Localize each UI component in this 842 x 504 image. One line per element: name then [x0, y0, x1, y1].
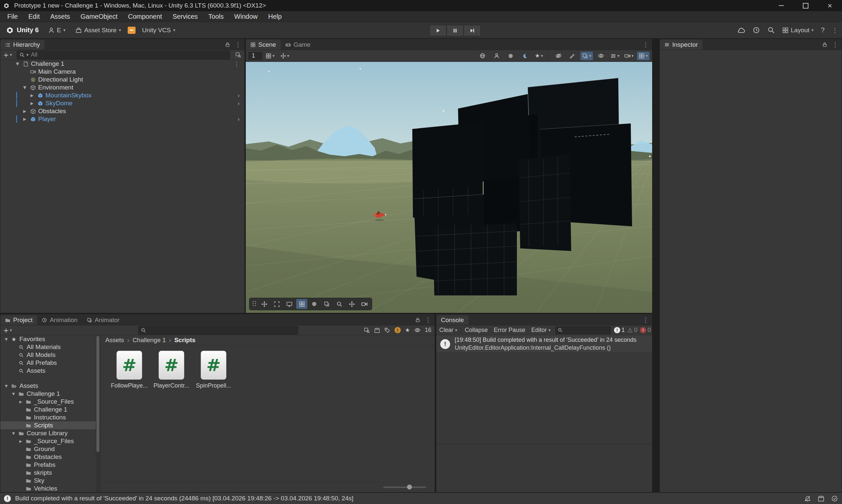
package-icon[interactable] [374, 327, 380, 333]
tab-project[interactable]: Project [0, 315, 37, 325]
favorite-all-materials[interactable]: All Materials [0, 343, 100, 351]
tree-item-sky[interactable]: Sky [0, 477, 100, 485]
filter-dropdown-button[interactable]: ▾ [609, 52, 621, 60]
tree-item-prefabs[interactable]: Prefabs [0, 461, 100, 469]
close-button[interactable]: ✕ [818, 0, 842, 11]
pane-menu-icon[interactable]: ⋮ [425, 316, 431, 323]
minimize-button[interactable] [769, 0, 793, 11]
icon-size-slider[interactable] [383, 487, 426, 488]
history-icon[interactable] [753, 26, 760, 34]
console-search-input[interactable] [564, 327, 608, 334]
maximize-button[interactable] [793, 0, 818, 11]
favorite-assets[interactable]: Assets [0, 367, 100, 375]
breadcrumb-scripts[interactable]: Scripts [174, 337, 195, 344]
tree-item-source-files-2[interactable]: ▶ _Source_Files [0, 437, 100, 445]
hierarchy-item-environment[interactable]: ▼ Environment [0, 84, 245, 91]
scrollbar-thumb[interactable] [96, 336, 100, 452]
asset-playercontroller-script[interactable]: # PlayerContr... [152, 351, 191, 389]
favorites-header[interactable]: ▼ ★ Favorites [0, 335, 100, 343]
error-count-toggle[interactable]: ! 0 [639, 327, 652, 334]
tree-item-scripts[interactable]: Scripts [0, 421, 100, 429]
breadcrumb-assets[interactable]: Assets [105, 337, 124, 344]
expand-arrow-icon[interactable]: ▼ [3, 337, 10, 341]
visibility-toggle-button[interactable] [552, 52, 565, 60]
alert-icon[interactable]: ! [395, 327, 401, 333]
help-icon[interactable]: ? [821, 26, 825, 34]
hierarchy-item-skydome[interactable]: ▶ SkyDome › [0, 100, 245, 107]
expand-arrow-icon[interactable]: ▶ [28, 101, 36, 106]
expand-arrow-icon[interactable]: ▼ [10, 431, 17, 436]
tab-console[interactable]: Console [436, 315, 468, 325]
tree-item-course-library[interactable]: ▼ Course Library [0, 429, 100, 437]
snap-settings-button[interactable]: ▾ [278, 52, 292, 60]
scene-menu-icon[interactable]: ⋮ [234, 60, 245, 68]
expand-arrow-icon[interactable]: ▼ [21, 85, 29, 90]
step-button[interactable] [464, 25, 481, 36]
menu-component[interactable]: Component [123, 11, 167, 22]
overlays-dropdown-button[interactable]: ▾ [580, 52, 593, 60]
hierarchy-item-player[interactable]: ▶ Player › [0, 115, 245, 123]
expand-arrow-icon[interactable]: ▶ [21, 117, 29, 121]
tab-scene[interactable]: Scene [246, 40, 281, 50]
rect-tool-button[interactable] [271, 299, 282, 309]
hierarchy-item-directional-light[interactable]: Directional Light [0, 76, 245, 84]
asset-followplayer-script[interactable]: # FollowPlaye... [110, 351, 149, 389]
warning-count-toggle[interactable]: ⚠ 0 [626, 327, 639, 334]
orientation-sphere-button[interactable] [309, 299, 320, 309]
tree-item-obstacles[interactable]: Obstacles [0, 453, 100, 461]
hierarchy-item-mountainskybox[interactable]: ▶ MountainSkybox › [0, 91, 245, 100]
asset-store-dropdown[interactable]: Asset Store ▾ [72, 24, 124, 36]
hierarchy-item-scene-root[interactable]: ▼ Challenge 1 ⋮ [0, 60, 245, 68]
pause-button[interactable] [447, 25, 464, 36]
error-pause-button[interactable]: Error Pause [491, 326, 529, 334]
search-pick-button[interactable] [232, 52, 245, 58]
expand-arrow-icon[interactable]: ▶ [28, 93, 36, 98]
notifications-muted-icon[interactable] [804, 495, 811, 502]
pane-lock-icon[interactable] [822, 42, 827, 47]
expand-arrow-icon[interactable]: ▶ [17, 400, 24, 404]
grid-size-field[interactable]: 1 [248, 52, 262, 60]
menu-file[interactable]: File [2, 11, 23, 22]
slider-thumb[interactable] [407, 485, 412, 489]
tab-animator[interactable]: Animator [82, 315, 124, 325]
render-mode-button[interactable] [476, 52, 489, 60]
pan-tool-button[interactable] [346, 299, 357, 309]
tab-inspector[interactable]: Inspector [660, 40, 702, 50]
clear-button[interactable]: Clear ▾ [436, 326, 460, 334]
hierarchy-item-main-camera[interactable]: Main Camera [0, 68, 245, 76]
toolbar-more-icon[interactable]: ⋮ [832, 26, 838, 34]
info-count-toggle[interactable]: ! 1 [613, 327, 626, 334]
hidden-items-eye-icon[interactable] [414, 327, 420, 333]
zoom-tool-button[interactable] [334, 299, 345, 309]
tree-item-assets[interactable]: ▼ Assets [0, 382, 100, 390]
layout-dropdown[interactable]: Layout ▾ [782, 26, 814, 34]
tree-item-instructions[interactable]: Instructions [0, 414, 100, 421]
expand-arrow-icon[interactable]: ▼ [3, 384, 10, 388]
draw-mode-button[interactable] [566, 52, 579, 60]
camera-settings-button[interactable]: ▾ [623, 52, 635, 60]
asset-spinpropeller-script[interactable]: # SpinPropell... [194, 351, 233, 389]
move-tool-button[interactable] [258, 299, 270, 309]
pane-menu-icon[interactable]: ⋮ [832, 41, 838, 48]
menu-gameobject[interactable]: GameObject [75, 11, 123, 22]
orange-service-icon[interactable] [128, 26, 136, 34]
grid-snap-button[interactable] [296, 299, 307, 309]
menu-assets[interactable]: Assets [45, 11, 75, 22]
log-entry[interactable]: ! [19:48:50] Build completed with a resu… [436, 335, 652, 353]
expand-arrow-icon[interactable]: ▶ [21, 109, 29, 113]
lighting-toggle-button[interactable] [519, 52, 531, 60]
menu-services[interactable]: Services [167, 11, 203, 22]
collapse-button[interactable]: Collapse [462, 326, 491, 334]
account-dropdown[interactable]: E ▾ [45, 24, 69, 36]
tree-item-challenge-1-sub[interactable]: Challenge 1 [0, 406, 100, 414]
overlay-drag-handle[interactable] [251, 301, 257, 307]
tree-item-challenge-1[interactable]: ▼ Challenge 1 [0, 390, 100, 398]
package-manager-icon[interactable] [818, 495, 825, 502]
expand-arrow-icon[interactable]: ▶ [17, 439, 24, 444]
prefab-open-chevron[interactable]: › [237, 92, 245, 99]
hierarchy-item-obstacles[interactable]: ▶ Obstacles [0, 107, 245, 115]
background-tasks-ok-icon[interactable] [831, 495, 838, 502]
hierarchy-searchbox[interactable]: ▾ [17, 51, 230, 59]
unity-vcs-dropdown[interactable]: Unity VCS ▾ [139, 24, 179, 36]
effects-dropdown-button[interactable]: ★▾ [533, 52, 545, 60]
